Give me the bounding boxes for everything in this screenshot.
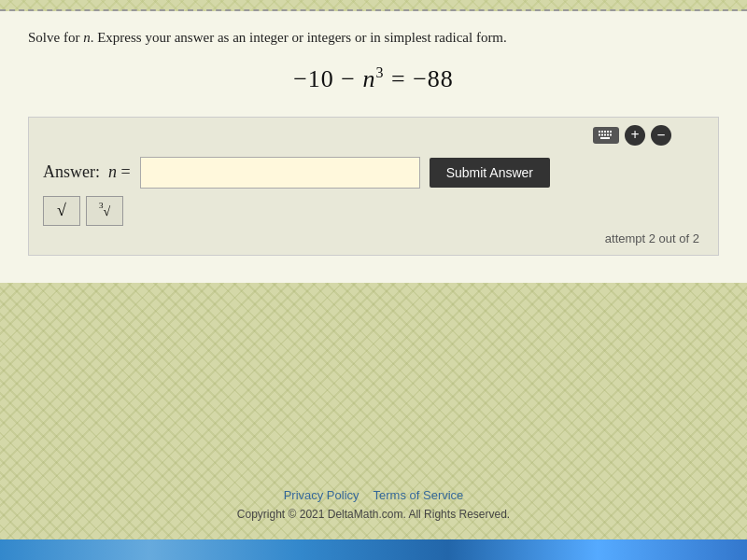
footer-copyright: Copyright © 2021 DeltaMath.com. All Righ… [237,508,510,521]
main-content-area: Solve for n. Express your answer as an i… [0,11,747,283]
zoom-in-button[interactable]: + [625,125,645,146]
equation-display: −10 − n3 = −88 [28,64,719,93]
svg-rect-2 [604,131,606,133]
svg-rect-4 [610,131,612,133]
svg-rect-5 [599,134,600,136]
attempt-counter: attempt 2 out of 2 [43,231,704,245]
svg-rect-1 [601,131,603,133]
terms-of-service-link[interactable]: Terms of Service [374,488,464,502]
keyboard-icon[interactable] [593,127,619,144]
svg-rect-10 [600,137,610,139]
sqrt-symbol: √ [57,201,66,220]
svg-rect-3 [607,131,609,133]
answer-label: Answer: n = [43,162,131,182]
toolbar-icons: + − [593,125,671,146]
cbrt-button[interactable]: 3√ [86,196,123,226]
svg-rect-0 [599,131,600,133]
footer-links: Privacy Policy Terms of Service [284,488,464,502]
sqrt-button[interactable]: √ [43,196,80,226]
privacy-policy-link[interactable]: Privacy Policy [284,488,359,502]
svg-rect-7 [604,134,606,136]
answer-input[interactable] [140,157,420,189]
svg-rect-6 [601,134,603,136]
submit-answer-button[interactable]: Submit Answer [430,158,550,188]
cbrt-symbol: 3√ [99,203,110,219]
svg-rect-9 [610,134,612,136]
answer-row: Answer: n = Submit Answer [43,157,704,189]
zoom-out-button[interactable]: − [651,125,671,146]
bottom-bar [0,539,747,560]
lower-section: Privacy Policy Terms of Service Copyrigh… [0,283,747,540]
answer-section: + − Answer: n = Submit Answer √ 3√ [28,117,719,256]
svg-rect-8 [607,134,609,136]
math-tools-row: √ 3√ [43,196,704,226]
problem-instruction: Solve for n. Express your answer as an i… [28,30,719,46]
